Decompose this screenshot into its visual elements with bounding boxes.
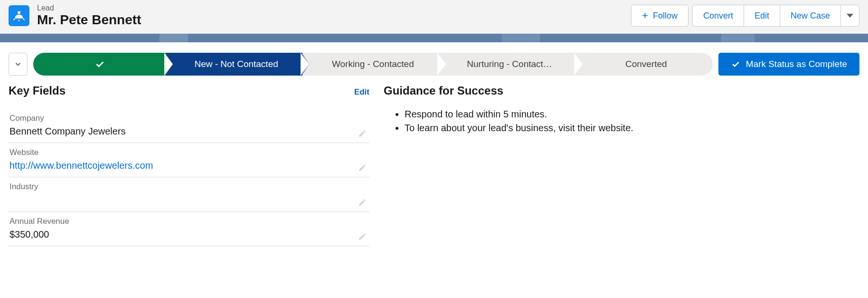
pencil-icon[interactable] [358,198,367,207]
check-icon [94,59,105,69]
key-fields-title: Key Fields [9,84,66,97]
path-collapse-button[interactable] [9,53,28,76]
field-value: Bennett Company Jewelers [9,126,368,137]
pencil-icon[interactable] [358,163,367,172]
check-icon [731,59,740,69]
guidance-item: Respond to lead within 5 minutes. [405,109,859,120]
path-stage-label: Nurturing - Contact… [467,59,552,69]
edit-button[interactable]: Edit [744,5,780,27]
field-value: http://www.bennettcojewelers.com [9,160,368,171]
key-fields-list: CompanyBennett Company JewelersWebsiteht… [9,109,369,246]
object-label: Lead [37,4,141,12]
field-label: Industry [9,182,368,192]
path-section: New - Not ContactedWorking - ContactedNu… [0,42,868,81]
path-stage-label: Converted [625,59,667,69]
new-case-button[interactable]: New Case [780,5,840,27]
chevron-down-icon [14,60,22,68]
mark-complete-button[interactable]: Mark Status as Complete [718,53,859,76]
svg-point-0 [18,11,20,14]
guidance-column: Guidance for Success Respond to lead wit… [384,84,859,246]
path-stage-label: New - Not Contacted [194,59,278,69]
field-row: Industry [9,177,369,212]
chevron-right-icon [165,53,173,76]
website-link[interactable]: http://www.bennettcojewelers.com [9,160,153,171]
path-stage-1[interactable]: New - Not Contacted [166,53,303,76]
action-button-group: Convert Edit New Case [692,5,859,27]
record-header: Lead Mr. Pete Bennett + Follow Convert E… [0,0,868,34]
path-stage-4[interactable]: Converted [576,53,713,76]
convert-button[interactable]: Convert [692,5,744,27]
mark-complete-label: Mark Status as Complete [746,59,847,69]
record-name: Mr. Pete Bennett [37,12,141,28]
key-fields-column: Key Fields Edit CompanyBennett Company J… [9,84,369,246]
body-columns: Key Fields Edit CompanyBennett Company J… [0,81,868,258]
field-label: Annual Revenue [9,217,368,226]
lead-icon [9,5,29,26]
decorative-strip [0,34,868,42]
record-titles: Lead Mr. Pete Bennett [37,4,141,28]
field-label: Company [9,114,368,123]
pencil-icon[interactable] [358,129,367,138]
guidance-item: To learn about your lead's business, vis… [405,123,859,134]
guidance-list: Respond to lead within 5 minutes.To lear… [384,109,859,134]
chevron-right-icon [575,53,583,76]
field-row: Websitehttp://www.bennettcojewelers.com [9,143,369,177]
follow-label: Follow [653,11,678,21]
field-row: CompanyBennett Company Jewelers [9,109,369,143]
field-label: Website [9,148,368,157]
guidance-title: Guidance for Success [384,84,859,97]
path-stage-0[interactable] [33,53,166,76]
chevron-right-icon [302,53,309,76]
path-stage-label: Working - Contacted [332,59,414,69]
key-fields-head: Key Fields Edit [9,84,369,97]
key-fields-edit-link[interactable]: Edit [354,87,369,97]
path-stage-2[interactable]: Working - Contacted [302,53,439,76]
more-actions-button[interactable] [840,5,859,27]
header-left: Lead Mr. Pete Bennett [9,4,631,28]
field-value: $350,000 [9,229,368,240]
pencil-icon[interactable] [358,232,367,241]
follow-button[interactable]: + Follow [631,5,689,27]
field-value [9,194,368,206]
path-stage-3[interactable]: Nurturing - Contact… [439,53,576,76]
chevron-right-icon [438,53,446,76]
triangle-down-icon [847,14,853,18]
field-row: Annual Revenue$350,000 [9,212,369,246]
header-actions: + Follow Convert Edit New Case [631,5,859,27]
path-stages: New - Not ContactedWorking - ContactedNu… [33,53,713,76]
